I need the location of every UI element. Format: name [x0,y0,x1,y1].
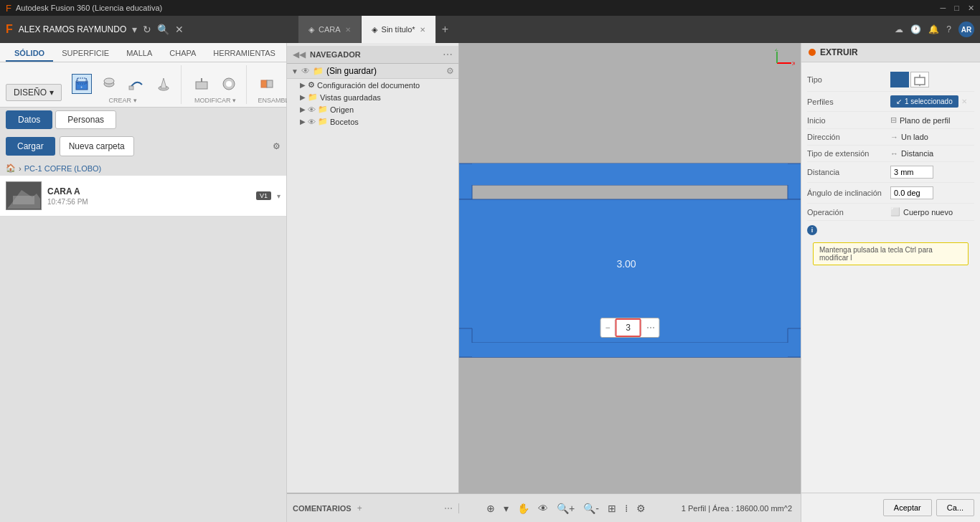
nav-item-bocetos[interactable]: ▶ 👁 📁 Bocetos [287,115,458,128]
grid-tool[interactable]: ⊞ [605,501,619,516]
minimize-button[interactable]: ─ [941,4,946,13]
accept-button[interactable]: Aceptar [883,499,932,516]
navigator-collapse-icon[interactable]: ◀◀ [293,49,306,60]
dim-minus-btn[interactable]: − [600,320,615,336]
angulo-input[interactable] [890,186,933,199]
tab-cara-close[interactable]: ✕ [345,26,351,34]
nav-eye-origen[interactable]: 👁 [308,105,316,114]
version-badge: V1 [256,191,271,200]
settings-tool[interactable]: ⚙ [633,501,649,516]
window-controls[interactable]: ─ □ ✕ [941,4,974,13]
file-item[interactable]: CARA A 10:47:56 PM V1 ▾ [0,176,286,217]
nav-expand-origen[interactable]: ▶ [300,105,306,113]
tipext-text: Distancia [901,149,933,158]
zoom-in-tool[interactable]: 🔍+ [554,501,578,516]
close-nav-icon[interactable]: ✕ [175,24,184,35]
dropdown-icon[interactable]: ▾ [132,24,137,35]
nav-expand-bocetos[interactable]: ▶ [300,118,306,125]
sidebar-tab-personas[interactable]: Personas [55,110,116,129]
create-loft-button[interactable] [151,72,176,95]
tab-sintitulo-close[interactable]: ✕ [420,26,425,34]
top-nav-left: F ALEX RAMOS RAYMUNDO ▾ ↻ 🔍 ✕ [6,23,293,36]
close-window-button[interactable]: ✕ [968,4,974,13]
ribbon: SÓLIDO SUPERFICIE MALLA CHAPA HERRAMIENT… [0,43,286,108]
look-tool[interactable]: 👁 [535,501,551,516]
left-panel: SÓLIDO SUPERFICIE MALLA CHAPA HERRAMIENT… [0,43,287,522]
dim-more-btn[interactable]: ⋯ [641,320,659,336]
create-extrude-button[interactable]: + [69,72,95,95]
nav-expand-vistas[interactable]: ▶ [300,93,306,101]
nav-item-vistas[interactable]: ▶ 📁 Vistas guardadas [287,91,458,103]
tipo-btn-1[interactable] [890,72,909,87]
breadcrumb-folder[interactable]: PC-1 COFRE (LOBO) [24,164,102,173]
nav-expand-config[interactable]: ▶ [300,81,306,89]
search-icon[interactable]: 🔍 [157,24,169,35]
svg-rect-44 [915,77,925,85]
tab-sintitulo-label: Sin título* [382,25,415,34]
profile-close-icon[interactable]: ✕ [961,98,967,105]
comments-expand-icon[interactable]: ⋯ [444,503,453,513]
dots-tool[interactable]: ⁞ [622,501,631,516]
viewport-3d[interactable]: X Z 3.00 [459,43,801,493]
modify-btn1[interactable] [189,72,215,95]
ribbon-tab-solido[interactable]: SÓLIDO [6,46,53,62]
nav-item-origen[interactable]: ▶ 👁 📁 Origen [287,103,458,115]
ribbon-tab-superficie[interactable]: SUPERFICIE [53,46,118,62]
create-revolve-button[interactable] [96,72,122,95]
crear-label: CREAR ▾ [109,97,137,104]
clock-icon[interactable]: 🕐 [910,24,921,34]
add-comment-icon[interactable]: + [357,503,362,513]
zoom-out-tool[interactable]: 🔍- [580,501,602,516]
sweep-icon [126,74,146,94]
dimension-input[interactable] [616,318,641,337]
cargar-button[interactable]: Cargar [6,137,55,156]
extrude-icon: + [72,74,92,94]
extrude-row-perfiles: Perfiles ↙ 1 seleccionado ✕ [807,92,974,112]
tab-bar: ◈ CARA ✕ ◈ Sin título* ✕ + [298,16,889,43]
navigator-menu-icon[interactable]: ⋯ [443,49,453,60]
extrude-row-distancia: Distancia [807,162,974,183]
sidebar-tab-datos[interactable]: Datos [6,110,52,129]
design-dropdown[interactable]: DISEÑO ▾ [6,84,62,101]
nav-gear-root[interactable]: ⚙ [446,66,454,76]
user-avatar[interactable]: AR [958,22,974,37]
svg-text:+: + [80,85,83,89]
tab-cara[interactable]: ◈ CARA ✕ [298,16,362,43]
sidebar-settings-icon[interactable]: ⚙ [273,141,281,151]
refresh-icon[interactable]: ↻ [143,24,151,35]
ensamblar-btn1[interactable] [254,72,280,95]
create-sweep-button[interactable] [123,72,149,95]
cancel-button[interactable]: Ca... [936,499,974,516]
svg-point-13 [226,81,232,87]
help-icon[interactable]: ? [946,24,951,34]
inicio-value: ⊟ Plano de perfil [890,115,974,125]
nav-item-config[interactable]: ▶ ⚙ Configuración del documento [287,79,458,91]
pan-tool[interactable]: ✋ [514,501,532,516]
profile-select-button[interactable]: ↙ 1 seleccionado [890,95,958,108]
maximize-button[interactable]: □ [954,4,959,13]
tab-sintitulo[interactable]: ◈ Sin título* ✕ [362,16,436,43]
ribbon-group-crear: + [65,65,182,104]
svg-text:3.00: 3.00 [616,258,636,270]
orbit-tool[interactable]: ⊕ [484,501,498,516]
ribbon-tab-chapa[interactable]: CHAPA [161,46,204,62]
modify-btn2[interactable] [216,72,242,95]
new-tab-button[interactable]: + [436,23,454,36]
nav-expand-root[interactable]: ▼ [291,67,298,75]
ribbon-tab-malla[interactable]: MALLA [118,46,161,62]
tipo-btn-2[interactable] [910,72,929,87]
operacion-value: ⬜ Cuerpo nuevo [890,207,974,217]
svg-text:Z: Z [775,49,778,52]
orbit-dropdown[interactable]: ▾ [501,501,512,516]
bell-icon[interactable]: 🔔 [928,24,939,34]
nav-eye-bocetos[interactable]: 👁 [308,118,316,126]
operacion-text: Cuerpo nuevo [903,208,953,217]
cloud-icon[interactable]: ☁ [895,24,903,34]
breadcrumb-home[interactable]: 🏠 [6,163,16,173]
distancia-input[interactable] [890,166,933,179]
nav-eye-root[interactable]: 👁 [301,66,310,76]
nav-folder-vistas: 📁 [308,92,318,102]
file-version-arrow[interactable]: ▾ [277,192,281,200]
nueva-carpeta-button[interactable]: Nueva carpeta [60,136,134,156]
ribbon-tab-herramientas[interactable]: HERRAMIENTAS [204,46,284,62]
